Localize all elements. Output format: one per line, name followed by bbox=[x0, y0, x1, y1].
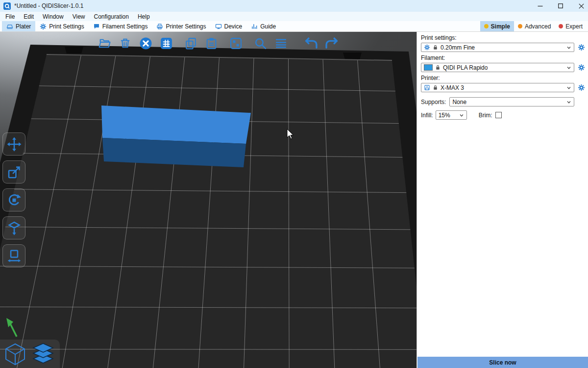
gear-icon bbox=[578, 64, 585, 71]
chevron-down-icon bbox=[566, 65, 571, 70]
filament-value: QIDI PLA Rapido bbox=[443, 64, 488, 71]
tab-guide[interactable]: Guide bbox=[246, 21, 280, 31]
search-icon bbox=[254, 37, 267, 50]
menu-help[interactable]: Help bbox=[133, 12, 154, 21]
printer-icon bbox=[424, 84, 430, 91]
chevron-down-icon bbox=[566, 45, 571, 50]
slice-now-button[interactable]: Slice now bbox=[417, 357, 588, 368]
bed-clip bbox=[65, 47, 83, 53]
plater-icon bbox=[6, 23, 13, 30]
trash-icon bbox=[119, 37, 132, 50]
tab-print-settings-label: Print Settings bbox=[49, 23, 84, 30]
layers-icon bbox=[274, 37, 288, 50]
advanced-mode-dot bbox=[518, 24, 522, 28]
brim-checkbox[interactable] bbox=[495, 112, 502, 118]
scale-button[interactable] bbox=[2, 160, 25, 184]
print-settings-select[interactable]: 0.20mm Fine bbox=[421, 43, 574, 52]
maximize-icon bbox=[558, 3, 563, 8]
simple-mode-dot bbox=[484, 24, 489, 28]
model-box[interactable] bbox=[101, 105, 251, 167]
move-icon bbox=[7, 137, 22, 152]
gear-icon bbox=[578, 84, 585, 91]
chevron-down-icon bbox=[459, 113, 464, 118]
menu-window[interactable]: Window bbox=[38, 12, 68, 21]
printer-icon bbox=[156, 23, 163, 30]
mode-simple-label: Simple bbox=[491, 23, 510, 30]
tab-plater[interactable]: Plater bbox=[2, 21, 35, 31]
printer-value: X-MAX 3 bbox=[441, 84, 464, 91]
rotate-button[interactable] bbox=[2, 188, 25, 211]
scene-canvas bbox=[0, 32, 416, 368]
undo-button[interactable] bbox=[304, 36, 318, 51]
split-objects-button[interactable] bbox=[228, 36, 243, 51]
view-cube-icon bbox=[2, 342, 28, 367]
variable-layer-height-button[interactable] bbox=[273, 36, 288, 51]
close-icon bbox=[579, 3, 584, 9]
tab-printer-settings[interactable]: Printer Settings bbox=[152, 21, 210, 31]
menu-file[interactable]: File bbox=[1, 12, 19, 21]
tab-plater-label: Plater bbox=[16, 23, 31, 30]
mode-selector: Simple Advanced Expert bbox=[480, 21, 588, 31]
search-button[interactable] bbox=[253, 36, 268, 51]
printer-select[interactable]: X-MAX 3 bbox=[421, 83, 574, 92]
filament-label: Filament: bbox=[421, 54, 585, 61]
view-cube-button[interactable] bbox=[2, 342, 28, 367]
gear-icon bbox=[424, 44, 430, 51]
measure-button[interactable] bbox=[2, 244, 25, 267]
bed-clip bbox=[343, 53, 362, 59]
mode-expert[interactable]: Expert bbox=[555, 21, 587, 31]
delete-button[interactable] bbox=[118, 36, 132, 51]
viewport-3d[interactable] bbox=[0, 32, 416, 368]
menu-view[interactable]: View bbox=[68, 12, 90, 21]
mode-advanced-label: Advanced bbox=[525, 23, 551, 30]
delete-all-button[interactable] bbox=[138, 36, 153, 51]
tab-filament-settings[interactable]: Filament Settings bbox=[89, 21, 152, 31]
filament-icon bbox=[93, 23, 100, 30]
maximize-button[interactable] bbox=[550, 0, 571, 12]
gear-icon bbox=[578, 44, 585, 51]
open-button[interactable] bbox=[97, 36, 112, 51]
printer-gear-button[interactable] bbox=[577, 84, 585, 92]
menu-configuration[interactable]: Configuration bbox=[90, 12, 133, 21]
print-settings-gear-button[interactable] bbox=[577, 44, 585, 52]
layers-preview-button[interactable] bbox=[30, 342, 56, 367]
arrange-button[interactable] bbox=[159, 36, 173, 51]
paste-icon bbox=[205, 37, 218, 50]
chevron-down-icon bbox=[566, 100, 571, 105]
print-bed[interactable] bbox=[0, 54, 416, 368]
settings-sidebar: Print settings: 0.20mm Fine Filament: QI… bbox=[416, 32, 588, 368]
titlebar: *Untitled - QIDISlicer-1.0.1 bbox=[0, 0, 588, 12]
mode-simple[interactable]: Simple bbox=[480, 21, 514, 31]
close-button[interactable] bbox=[571, 0, 588, 12]
infill-select[interactable]: 15% bbox=[436, 110, 467, 120]
tab-device[interactable]: Device bbox=[211, 21, 247, 31]
supports-select[interactable]: None bbox=[449, 97, 574, 106]
viewport-toolbar bbox=[97, 36, 345, 51]
tab-print-settings[interactable]: Print Settings bbox=[35, 21, 88, 31]
paste-button[interactable] bbox=[204, 36, 219, 51]
copy-icon bbox=[184, 37, 197, 50]
menubar: File Edit Window View Configuration Help bbox=[0, 12, 588, 21]
manipulation-toolbar bbox=[2, 132, 25, 267]
minimize-icon bbox=[538, 3, 543, 9]
undo-icon bbox=[304, 36, 318, 51]
monitor-icon bbox=[215, 23, 222, 30]
mode-advanced[interactable]: Advanced bbox=[514, 21, 555, 31]
app-logo-icon bbox=[3, 2, 11, 10]
tab-device-label: Device bbox=[224, 23, 243, 30]
filament-gear-button[interactable] bbox=[577, 64, 585, 72]
filament-color-swatch bbox=[424, 64, 433, 71]
redo-button[interactable] bbox=[324, 36, 339, 51]
place-on-face-button[interactable] bbox=[2, 216, 25, 239]
move-button[interactable] bbox=[2, 132, 25, 156]
copy-button[interactable] bbox=[183, 36, 198, 51]
supports-value: None bbox=[452, 99, 466, 105]
filament-select[interactable]: QIDI PLA Rapido bbox=[421, 63, 574, 72]
open-folder-icon bbox=[98, 37, 111, 50]
minimize-button[interactable] bbox=[530, 0, 550, 12]
lock-icon bbox=[433, 85, 438, 90]
tab-guide-label: Guide bbox=[260, 23, 276, 30]
place-on-face-icon bbox=[7, 221, 22, 236]
window-controls bbox=[530, 0, 588, 12]
menu-edit[interactable]: Edit bbox=[19, 12, 38, 21]
